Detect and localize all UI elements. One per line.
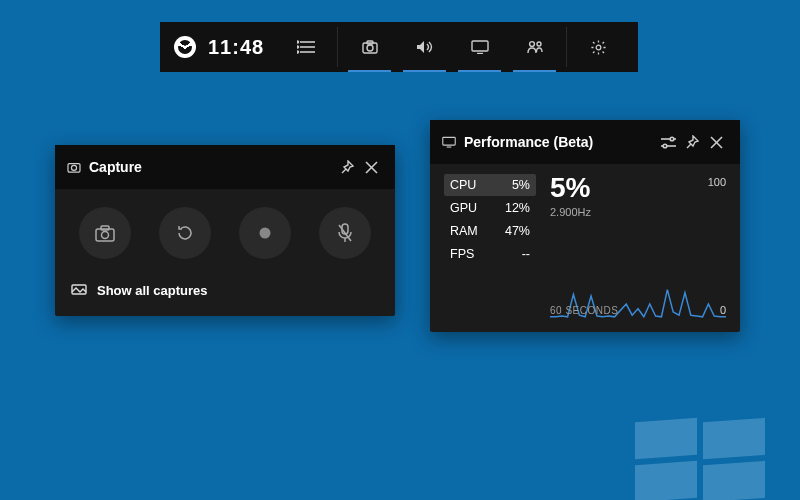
- settings-toolbar-button[interactable]: [571, 22, 626, 72]
- metric-cpu[interactable]: CPU 5%: [444, 174, 536, 196]
- chart-area: 5% 2.900Hz 100 0 60 SECONDS: [550, 174, 726, 320]
- clock: 11:48: [208, 36, 264, 59]
- camera-icon: [67, 161, 81, 173]
- windows-logo-icon: [635, 420, 765, 500]
- people-icon: [526, 40, 544, 54]
- svg-point-14: [596, 45, 601, 50]
- metric-list: CPU 5% GPU 12% RAM 47% FPS --: [444, 174, 536, 320]
- metric-label: CPU: [450, 178, 476, 192]
- pin-icon: [340, 160, 354, 174]
- svg-point-5: [297, 51, 299, 53]
- metric-label: GPU: [450, 201, 477, 215]
- y-min-label: 0: [720, 304, 726, 316]
- record-last-button[interactable]: [159, 207, 211, 259]
- close-button[interactable]: [704, 130, 728, 154]
- show-all-captures-label: Show all captures: [97, 283, 208, 298]
- show-all-captures-button[interactable]: Show all captures: [55, 269, 395, 316]
- svg-point-13: [537, 42, 541, 46]
- screenshot-button[interactable]: [79, 207, 131, 259]
- svg-point-7: [367, 45, 373, 51]
- options-button[interactable]: [656, 130, 680, 154]
- svg-rect-10: [472, 41, 488, 51]
- metric-value: --: [522, 247, 530, 261]
- pin-button[interactable]: [335, 155, 359, 179]
- record-icon: [258, 226, 272, 240]
- capture-title: Capture: [89, 159, 142, 175]
- x-axis-label: 60 SECONDS: [550, 305, 618, 316]
- svg-point-16: [71, 165, 76, 170]
- pin-icon: [685, 135, 699, 149]
- svg-point-12: [529, 42, 534, 47]
- metric-label: FPS: [450, 247, 474, 261]
- social-toolbar-button[interactable]: [507, 22, 562, 72]
- toolbar-divider: [566, 27, 567, 67]
- svg-rect-27: [443, 137, 455, 145]
- list-icon: [297, 40, 315, 54]
- widgets-menu-button[interactable]: [278, 22, 333, 72]
- metric-fps[interactable]: FPS --: [444, 243, 536, 265]
- svg-point-30: [670, 137, 674, 141]
- audio-toolbar-button[interactable]: [397, 22, 452, 72]
- performance-header: Performance (Beta): [430, 120, 740, 164]
- svg-point-3: [297, 41, 299, 43]
- svg-point-22: [260, 228, 271, 239]
- metric-gpu[interactable]: GPU 12%: [444, 197, 536, 219]
- capture-widget: Capture: [55, 145, 395, 316]
- performance-widget: Performance (Beta) CPU 5% GPU: [430, 120, 740, 332]
- close-button[interactable]: [359, 155, 383, 179]
- gallery-icon: [71, 284, 87, 297]
- close-icon: [710, 136, 723, 149]
- toolbar-divider: [337, 27, 338, 67]
- svg-point-32: [663, 144, 667, 148]
- camera-icon: [362, 40, 378, 54]
- svg-marker-9: [417, 41, 424, 53]
- rewind-icon: [175, 223, 195, 243]
- performance-toolbar-button[interactable]: [452, 22, 507, 72]
- record-button[interactable]: [239, 207, 291, 259]
- xbox-logo-icon[interactable]: [174, 36, 196, 58]
- capture-body: [55, 189, 395, 269]
- monitor-icon: [442, 136, 456, 148]
- capture-header: Capture: [55, 145, 395, 189]
- gear-icon: [590, 39, 607, 56]
- speaker-icon: [416, 40, 434, 54]
- y-max-label: 100: [708, 176, 726, 188]
- svg-point-20: [102, 231, 109, 238]
- metric-ram[interactable]: RAM 47%: [444, 220, 536, 242]
- svg-rect-21: [101, 226, 109, 230]
- metric-value: 47%: [505, 224, 530, 238]
- monitor-icon: [471, 40, 489, 54]
- camera-icon: [95, 225, 115, 242]
- close-icon: [365, 161, 378, 174]
- metric-value: 12%: [505, 201, 530, 215]
- pin-button[interactable]: [680, 130, 704, 154]
- mic-toggle-button[interactable]: [319, 207, 371, 259]
- game-bar-toolbar: 11:48: [160, 22, 638, 72]
- svg-point-4: [297, 46, 299, 48]
- mic-off-icon: [336, 223, 354, 243]
- big-percent: 5%: [550, 174, 726, 202]
- frequency-label: 2.900Hz: [550, 206, 726, 218]
- metric-label: RAM: [450, 224, 478, 238]
- sliders-icon: [661, 136, 676, 149]
- performance-title: Performance (Beta): [464, 134, 593, 150]
- toolbar-left: 11:48: [160, 36, 278, 59]
- capture-toolbar-button[interactable]: [342, 22, 397, 72]
- performance-body: CPU 5% GPU 12% RAM 47% FPS -- 5% 2.900Hz…: [430, 164, 740, 332]
- metric-value: 5%: [512, 178, 530, 192]
